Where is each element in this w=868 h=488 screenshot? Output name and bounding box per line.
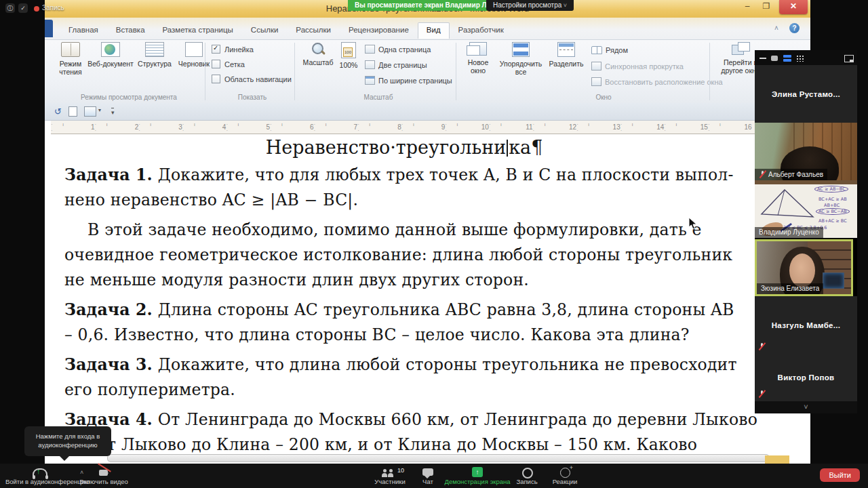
strip-view-icon[interactable] <box>783 55 791 62</box>
ruler-mark: 13 <box>576 121 620 134</box>
quick-access-toolbar: ↺ ▾ <box>45 103 810 121</box>
page-width-icon <box>365 76 375 85</box>
sidebar-scroll-down-chevron[interactable] <box>755 401 857 413</box>
two-pages-option[interactable]: Две страницы <box>365 60 427 69</box>
sync-scroll-option: Синхронная прокрутка <box>591 62 684 70</box>
leave-meeting-button[interactable]: Выйти <box>820 468 860 482</box>
view-settings-button[interactable]: Настройки просмотра <box>486 0 574 11</box>
tab-vid[interactable]: Вид <box>418 22 450 39</box>
reset-window-option: Восстановить расположение окна <box>591 77 723 86</box>
chat-icon[interactable] <box>422 468 433 476</box>
tab-vstavka[interactable]: Вставка <box>107 22 154 39</box>
speaker-view-icon[interactable] <box>771 56 778 61</box>
popout-panel-icon[interactable] <box>844 55 854 62</box>
encryption-shield-icon[interactable]: ✓ <box>18 3 28 13</box>
horizontal-scrollbar[interactable] <box>107 454 770 462</box>
gallery-view-icon[interactable] <box>796 55 804 62</box>
join-audio-button[interactable]: Войти в аудиоконференцию <box>5 478 90 485</box>
chat-button[interactable]: Чат <box>422 478 433 485</box>
collapse-ribbon-icon[interactable] <box>771 24 782 34</box>
tab-rassylki[interactable]: Рассылки <box>287 22 340 39</box>
record-icon[interactable] <box>522 468 533 479</box>
participant-tile-albert[interactable]: Альберт Фазльев <box>755 123 857 180</box>
arrange-all-icon <box>512 42 530 57</box>
one-page-icon <box>365 45 375 54</box>
minimize-button[interactable]: – <box>738 0 756 14</box>
undo-icon[interactable]: ↺ <box>54 106 62 117</box>
reactions-button[interactable]: Реакции <box>553 478 578 485</box>
participant-tile-viktor[interactable]: Виктор Попов <box>755 354 857 401</box>
whiteboard-formula: AC ≥ BC−AB <box>816 208 850 215</box>
print-preview-icon[interactable] <box>84 106 96 117</box>
help-icon[interactable] <box>789 23 800 33</box>
share-screen-button[interactable]: Демонстрация экрана <box>444 478 510 485</box>
draft-icon <box>185 42 203 57</box>
zoom-100-button[interactable]: 100% <box>335 42 362 69</box>
outline-button[interactable]: Структура <box>134 42 175 68</box>
tab-glavnaya[interactable]: Главная <box>60 22 107 39</box>
file-tab[interactable] <box>45 20 53 37</box>
horizontal-ruler[interactable]: 1 2 3 4 5 6 7 8 9 10 11 12 13 14 15 16 <box>51 121 760 134</box>
participants-icon[interactable] <box>382 468 397 477</box>
camera-off-icon[interactable] <box>99 470 108 476</box>
tab-recenzirovanie[interactable]: Рецензирование <box>340 22 418 39</box>
tab-ssylki[interactable]: Ссылки <box>242 22 288 39</box>
paragraph-task3: Задача 3. Докажите, что длина любой стор… <box>64 352 810 403</box>
maximize-button[interactable]: ❐ <box>757 0 775 14</box>
checkbox-checked-icon <box>212 45 220 54</box>
participant-tile-nazgul[interactable]: Назгуль Мамбе... <box>755 296 857 354</box>
ruler-mark: 3 <box>138 121 182 134</box>
mic-muted-icon <box>758 342 765 350</box>
participant-name-label: Альберт Фазльев <box>755 169 827 180</box>
draft-button[interactable]: Черновик <box>175 42 213 68</box>
participant-tile-elina[interactable]: Элина Рустамо... <box>755 65 857 123</box>
tab-razrabotchik[interactable]: Разработчик <box>450 22 513 39</box>
participant-tile-zyuzina-active-speaker[interactable]: Зюзина Елизавета <box>755 239 853 296</box>
tooltip-text: аудиоконференцию <box>24 441 111 449</box>
nav-pane-checkbox[interactable]: Область навигации <box>212 75 292 83</box>
checkbox-icon <box>212 75 220 83</box>
new-window-icon <box>469 42 487 56</box>
participant-tile-vladimir[interactable]: AC ≥ AB−BC BC+AC ≥ AB AB+BC AC ≥ BC−AB A… <box>755 180 857 238</box>
audio-options-chevron-icon[interactable] <box>80 469 83 476</box>
new-window-button[interactable]: Новое окно <box>461 42 495 75</box>
magnifier-icon <box>311 42 325 56</box>
view-side-by-side-option[interactable]: Рядом <box>591 46 628 54</box>
minimize-panel-icon[interactable] <box>760 58 766 59</box>
face <box>789 253 815 287</box>
new-document-icon[interactable] <box>68 106 77 117</box>
participants-sidebar: Элина Рустамо... Альберт Фазльев AC ≥ AB… <box>755 50 857 413</box>
group-separator <box>294 43 295 100</box>
enable-video-button[interactable]: Включить видео <box>79 478 128 485</box>
web-layout-button[interactable]: Веб-документ <box>87 42 134 68</box>
gridlines-checkbox[interactable]: Сетка <box>212 60 245 68</box>
read-mode-button[interactable]: Режим чтения <box>54 42 87 76</box>
text-cursor <box>507 140 508 157</box>
ruler-mark: 12 <box>533 121 577 134</box>
recording-dot-icon <box>34 6 39 12</box>
ruler-checkbox[interactable]: Линейка <box>212 45 254 54</box>
record-button[interactable]: Запись <box>516 478 537 485</box>
group-separator <box>205 43 205 100</box>
zoom-button[interactable]: Масштаб <box>301 42 335 66</box>
split-icon <box>557 42 575 57</box>
reactions-icon[interactable] <box>560 468 570 478</box>
arrange-all-button[interactable]: Упорядочить все <box>495 42 547 76</box>
split-button[interactable]: Разделить <box>547 42 586 68</box>
reset-window-icon <box>591 77 601 86</box>
close-button[interactable]: ✕ <box>779 0 808 14</box>
meeting-info-icon[interactable]: ⓘ <box>5 3 15 13</box>
ruler-mark: 7 <box>314 121 358 134</box>
document-body: Задача 1. Докажите, что для любых трех т… <box>64 163 810 458</box>
participant-name: Элина Рустамо... <box>755 90 857 98</box>
tab-razmetka[interactable]: Разметка страницы <box>154 22 242 39</box>
document-page[interactable]: Неравенство·треугольника¶ Задача 1. Дока… <box>45 134 810 464</box>
page-width-option[interactable]: По ширине страницы <box>365 76 452 85</box>
ruler-mark: 6 <box>270 121 314 134</box>
paragraph-task2: Задача 2. Длина стороны AC треугольника … <box>64 298 810 348</box>
customize-qat-icon[interactable]: ▾ <box>111 108 115 116</box>
one-page-option[interactable]: Одна страница <box>365 45 431 54</box>
participants-button[interactable]: Участники <box>374 478 405 485</box>
share-screen-icon[interactable] <box>472 467 483 477</box>
checkbox-icon <box>212 60 220 68</box>
